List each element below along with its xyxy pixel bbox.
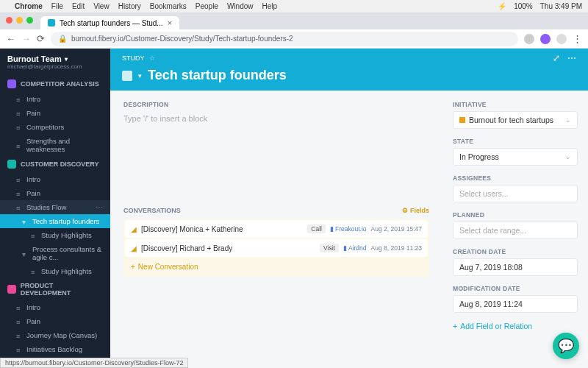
sidebar-item[interactable]: ▾Process consultants & agile c... [0,242,110,264]
more-icon[interactable]: ⋯ [96,203,103,211]
sidebar-item[interactable]: ≡Pain [0,106,110,120]
conversation-company: ▮Freakout.io [330,225,367,233]
mac-app-name[interactable]: Chrome [15,2,43,10]
item-icon: ≡ [16,304,23,311]
item-icon: ▾ [22,250,29,257]
item-icon: ≡ [31,268,37,275]
creation-date-label: CREATION DATE [453,248,578,255]
profile-avatar-icon[interactable] [556,34,567,44]
sidebar-item-label: Intro [26,303,40,311]
extension-icon[interactable] [540,34,551,44]
page-header: STUDY ☆ ⤢ ⋯ ▾ Tech startup founders [110,49,588,91]
sidebar-item[interactable]: ≡Initiatives Backlog [0,342,110,356]
section-label: PRODUCT DEVELOPMENT [21,282,103,297]
sidebar-item[interactable]: ≡Competitors [0,120,110,134]
section-icon [7,285,16,294]
item-icon: ≡ [16,142,23,149]
sidebar-item[interactable]: ≡Strengths and weaknesses [0,134,110,156]
chrome-tab-strip: Tech startup founders — Stud... × [0,13,588,29]
planned-date-range[interactable]: Select date range... [453,222,578,239]
sidebar-item-label: Study Highlights [41,267,92,275]
mac-menu-help[interactable]: Help [262,2,278,10]
section-icon [7,79,16,88]
browser-tab[interactable]: Tech startup founders — Stud... × [40,16,179,29]
item-icon: ≡ [16,176,23,183]
modification-date-label: MODIFICATION DATE [453,285,578,292]
conversation-type-badge: Visit [320,244,339,252]
initiative-label: INITIATIVE [453,101,578,108]
sidebar-item-label: Intro [26,95,40,103]
more-icon[interactable]: ⋯ [567,53,576,63]
mac-menu-edit[interactable]: Edit [72,2,85,10]
mac-menu-window[interactable]: Window [227,2,254,10]
sidebar-item-label: Pain [26,317,40,325]
planned-label: PLANNED [453,211,578,219]
sidebar-item[interactable]: ≡Pain [0,314,110,328]
mac-menu-people[interactable]: People [196,2,218,10]
conversation-date: Aug 2, 2019 15:47 [371,225,422,233]
conversation-date: Aug 8, 2019 11:23 [371,244,422,252]
properties-panel: INITIATIVE Burnout for tech startups ⌄ S… [442,91,588,368]
team-switcher[interactable]: Burnout Team ▾ michael@targetprocess.com [0,49,110,76]
sidebar-item-label: Intro [26,175,40,183]
sidebar-item[interactable]: ≡Intro [0,92,110,106]
back-button[interactable]: ← [6,33,15,44]
sidebar-item[interactable]: ≡Study Highlights [0,264,110,278]
url-bar[interactable]: 🔒 burnout.fibery.io/Customer-Discovery/S… [51,32,518,46]
new-conversation-button[interactable]: + New Conversation [125,258,428,275]
conversation-row[interactable]: ◢ [Discovery] Richard + Brady Visit ▮Air… [125,239,428,257]
assignees-select[interactable]: Select users... [453,185,578,202]
chrome-menu-icon[interactable]: ⋮ [573,33,582,44]
mac-menu-history[interactable]: History [118,2,141,10]
window-close-icon[interactable] [6,17,12,24]
item-icon: ≡ [16,318,23,325]
browser-status-bar: https://burnout.fibery.io/Customer-Disco… [0,358,188,368]
wifi-icon[interactable]: ⚡ [498,2,506,10]
breadcrumb[interactable]: STUDY [122,54,145,62]
sidebar-item[interactable]: ≡Journey Map (Canvas) [0,328,110,342]
sidebar-item-label: Tech startup founders [32,217,99,225]
mac-menu-file[interactable]: File [51,2,63,10]
reload-button[interactable]: ⟳ [37,33,45,44]
sidebar-section-header[interactable]: CUSTOMER DISCOVERY [0,156,110,172]
mac-menu-bookmarks[interactable]: Bookmarks [150,2,187,10]
chevron-down-icon: ▾ [65,56,68,63]
chevron-down-icon: ⌄ [565,153,571,160]
sidebar-section-header[interactable]: PRODUCT DEVELOPMENT [0,278,110,300]
add-field-button[interactable]: + Add Field or Relation [453,322,578,330]
description-editor[interactable]: Type '/' to insert a block [123,111,429,199]
tab-close-icon[interactable]: × [168,18,172,27]
team-name: Burnout Team [7,54,62,63]
sidebar-item[interactable]: ≡Pain [0,186,110,200]
extension-icon[interactable] [524,34,534,44]
intercom-launcher[interactable]: 💬 [553,333,579,359]
mac-menubar: Chrome File Edit View History Bookmarks … [0,0,588,13]
sidebar-item[interactable]: ≡Intro [0,172,110,186]
mac-menu-view[interactable]: View [93,2,110,10]
sidebar-item-label: Process consultants & agile c... [32,245,103,261]
section-label: COMPETITOR ANALYSIS [21,80,99,88]
assignees-label: ASSIGNEES [453,174,578,182]
tab-title: Tech startup founders — Stud... [60,19,163,27]
chat-icon: 💬 [558,338,574,354]
window-minimize-icon[interactable] [16,17,23,24]
clock[interactable]: Thu 3:49 PM [540,2,582,10]
conversation-row[interactable]: ◢ [Discovery] Monica + Katherine Call ▮F… [125,220,428,238]
window-maximize-icon[interactable] [26,17,33,24]
state-select[interactable]: In Progress ⌄ [453,148,578,166]
sidebar-item[interactable]: ≡Intro [0,300,110,314]
sidebar-item[interactable]: ▾Tech startup founders [0,214,110,228]
sidebar-item[interactable]: ≡Studies Flow⋯ [0,200,110,214]
star-icon[interactable]: ☆ [149,54,155,62]
expand-icon[interactable]: ⤢ [553,53,560,63]
chevron-down-icon[interactable]: ▾ [138,72,142,79]
page-title[interactable]: Tech startup founders [148,68,287,83]
fields-toggle[interactable]: ⚙ Fields [402,207,429,214]
item-icon: ≡ [16,204,23,210]
sidebar-item-label: Initiatives Backlog [26,345,82,353]
sidebar-item-label: Studies Flow [26,203,66,211]
initiative-select[interactable]: Burnout for tech startups ⌄ [453,111,578,129]
item-icon: ≡ [16,190,23,197]
sidebar-section-header[interactable]: COMPETITOR ANALYSIS [0,76,110,92]
sidebar-item[interactable]: ≡Study Highlights [0,228,110,242]
